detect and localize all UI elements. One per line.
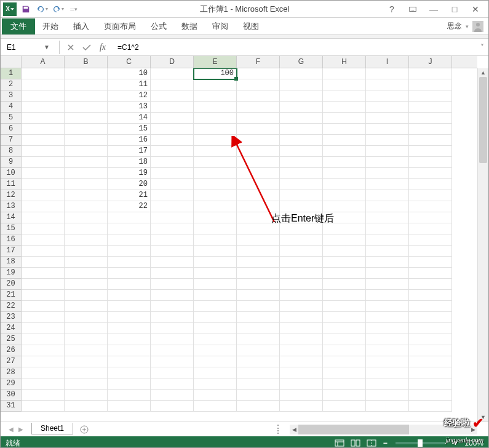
cell-H26[interactable] (323, 345, 366, 356)
cell-A20[interactable] (22, 279, 65, 290)
cell-B11[interactable] (65, 179, 108, 190)
cell-A31[interactable] (22, 401, 65, 412)
column-header-E[interactable]: E (194, 56, 237, 68)
cell-D4[interactable] (151, 102, 194, 113)
cell-I28[interactable] (366, 367, 409, 378)
cell-H17[interactable] (323, 246, 366, 257)
cell-A30[interactable] (22, 390, 65, 401)
cell-D17[interactable] (151, 246, 194, 257)
cell-F14[interactable] (237, 212, 280, 223)
cell-F18[interactable] (237, 257, 280, 268)
cell-B24[interactable] (65, 323, 108, 334)
tab-formulas[interactable]: 公式 (143, 18, 174, 34)
cell-B21[interactable] (65, 290, 108, 301)
cell-B3[interactable] (65, 90, 108, 102)
cell-I7[interactable] (366, 135, 409, 146)
cell-I2[interactable] (366, 79, 409, 90)
cell-F23[interactable] (237, 312, 280, 323)
cell-C27[interactable] (108, 356, 151, 367)
row-header-4[interactable]: 4 (1, 102, 21, 113)
cell-I4[interactable] (366, 102, 409, 113)
cell-area[interactable]: 10100111213141516171819202122 (22, 68, 477, 422)
cell-H12[interactable] (323, 190, 366, 201)
cell-H20[interactable] (323, 279, 366, 290)
cell-E18[interactable] (194, 257, 237, 268)
cell-I9[interactable] (366, 157, 409, 168)
cell-J5[interactable] (409, 113, 452, 124)
cell-J1[interactable] (409, 68, 452, 79)
cell-D25[interactable] (151, 334, 194, 345)
row-header-10[interactable]: 10 (1, 168, 21, 179)
cell-H29[interactable] (323, 378, 366, 390)
cell-J25[interactable] (409, 334, 452, 345)
column-header-J[interactable]: J (409, 56, 452, 68)
cell-C21[interactable] (108, 290, 151, 301)
cell-B14[interactable] (65, 212, 108, 223)
cell-G26[interactable] (280, 345, 323, 356)
cell-J18[interactable] (409, 257, 452, 268)
cell-D3[interactable] (151, 90, 194, 102)
tab-insert[interactable]: 插入 (66, 18, 97, 34)
cell-D27[interactable] (151, 356, 194, 367)
cell-A21[interactable] (22, 290, 65, 301)
cell-D15[interactable] (151, 223, 194, 234)
tab-file[interactable]: 文件 (2, 18, 35, 34)
row-header-26[interactable]: 26 (1, 345, 21, 356)
cell-G31[interactable] (280, 401, 323, 412)
cell-J26[interactable] (409, 345, 452, 356)
cell-D13[interactable] (151, 201, 194, 212)
cell-G13[interactable] (280, 201, 323, 212)
cell-F19[interactable] (237, 268, 280, 279)
cell-C28[interactable] (108, 367, 151, 378)
cell-I27[interactable] (366, 356, 409, 367)
cell-I21[interactable] (366, 290, 409, 301)
user-dropdown-icon[interactable]: ▾ (466, 23, 469, 30)
cell-B7[interactable] (65, 135, 108, 146)
cell-G4[interactable] (280, 102, 323, 113)
cell-G22[interactable] (280, 301, 323, 312)
cell-D31[interactable] (151, 401, 194, 412)
cell-A8[interactable] (22, 146, 65, 157)
cell-I3[interactable] (366, 90, 409, 102)
vertical-scrollbar[interactable]: ▲ ▼ (477, 68, 488, 422)
formula-input[interactable] (114, 41, 476, 54)
horizontal-scroll-thumb[interactable] (298, 425, 409, 434)
cell-G20[interactable] (280, 279, 323, 290)
cell-A6[interactable] (22, 124, 65, 135)
row-header-13[interactable]: 13 (1, 201, 21, 212)
cell-A17[interactable] (22, 246, 65, 257)
cell-A22[interactable] (22, 301, 65, 312)
cell-F24[interactable] (237, 323, 280, 334)
ribbon-display-button[interactable] (405, 3, 421, 15)
cell-F17[interactable] (237, 246, 280, 257)
cell-G19[interactable] (280, 268, 323, 279)
cell-F16[interactable] (237, 234, 280, 246)
cell-D29[interactable] (151, 378, 194, 390)
tab-data[interactable]: 数据 (174, 18, 205, 34)
cell-H8[interactable] (323, 146, 366, 157)
cell-G25[interactable] (280, 334, 323, 345)
cell-C11[interactable]: 20 (108, 179, 151, 190)
cell-G11[interactable] (280, 179, 323, 190)
cell-B18[interactable] (65, 257, 108, 268)
cell-B31[interactable] (65, 401, 108, 412)
cell-I19[interactable] (366, 268, 409, 279)
cell-G28[interactable] (280, 367, 323, 378)
cell-G18[interactable] (280, 257, 323, 268)
cell-H25[interactable] (323, 334, 366, 345)
cell-C31[interactable] (108, 401, 151, 412)
row-header-21[interactable]: 21 (1, 290, 21, 301)
cell-E16[interactable] (194, 234, 237, 246)
redo-button[interactable]: ▾ (51, 2, 65, 16)
cell-E31[interactable] (194, 401, 237, 412)
tab-view[interactable]: 视图 (236, 18, 266, 34)
row-header-6[interactable]: 6 (1, 124, 21, 135)
scroll-left-arrow-icon[interactable]: ◀ (290, 425, 298, 434)
cell-B29[interactable] (65, 378, 108, 390)
cell-F31[interactable] (237, 401, 280, 412)
formula-cancel-button[interactable] (63, 41, 78, 54)
cell-B9[interactable] (65, 157, 108, 168)
cell-I1[interactable] (366, 68, 409, 79)
save-button[interactable] (19, 2, 33, 16)
cell-H15[interactable] (323, 223, 366, 234)
